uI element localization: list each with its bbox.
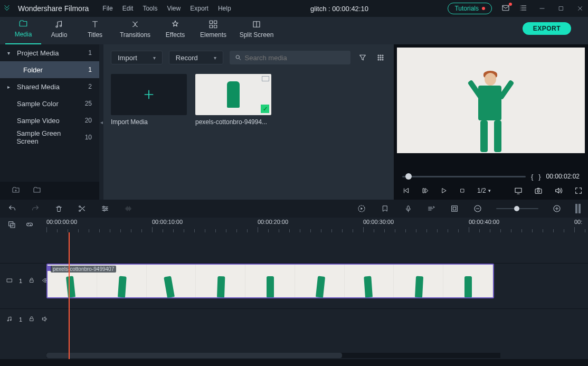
prev-frame-button[interactable] — [402, 186, 410, 195]
svg-rect-19 — [423, 189, 424, 193]
search-input[interactable] — [245, 54, 345, 62]
timeline-snap-icon[interactable] — [7, 220, 16, 230]
caret-down-icon: ▾ — [7, 50, 13, 56]
svg-rect-36 — [11, 223, 15, 228]
svg-rect-30 — [407, 205, 409, 209]
filter-icon[interactable] — [357, 52, 368, 63]
svg-rect-37 — [7, 279, 12, 282]
list-icon[interactable] — [519, 4, 528, 14]
svg-rect-35 — [9, 221, 13, 226]
mail-icon[interactable] — [501, 4, 510, 14]
search-media-field[interactable] — [230, 51, 350, 64]
zoom-in-button[interactable] — [552, 204, 562, 213]
media-clip-tile[interactable]: ✓ pexels-cottonbro-94994... — [195, 74, 271, 126]
audio-mixer-icon[interactable] — [426, 204, 436, 213]
playback-speed-dropdown[interactable]: 1/2▾ — [477, 187, 491, 194]
sidebar-item-sample-color[interactable]: Sample Color25 — [0, 95, 99, 112]
crop-icon[interactable] — [450, 204, 459, 213]
menu-file[interactable]: File — [102, 5, 112, 12]
zoom-slider[interactable] — [496, 208, 538, 209]
play-button[interactable] — [440, 186, 448, 195]
play-pause-button[interactable] — [421, 186, 429, 195]
timeline-toolbar — [0, 200, 588, 218]
track-index: 1 — [19, 278, 22, 284]
menu-help[interactable]: Help — [218, 5, 231, 12]
adjust-icon[interactable] — [100, 204, 110, 213]
app-name: Wondershare Filmora — [18, 4, 89, 13]
fullscreen-icon[interactable] — [574, 186, 583, 195]
track-lock-icon[interactable] — [29, 277, 35, 285]
ribbon: Media Audio Titles Transitions Effects E… — [0, 17, 588, 44]
window-maximize-button[interactable] — [556, 4, 566, 13]
menu-tools[interactable]: Tools — [143, 5, 157, 12]
voiceover-icon[interactable] — [403, 204, 413, 213]
grid-view-icon[interactable] — [375, 52, 386, 63]
mark-out-icon[interactable]: } — [538, 173, 540, 181]
tab-titles[interactable]: Titles — [77, 17, 113, 44]
zoom-fit-button[interactable] — [575, 204, 581, 213]
import-media-tile[interactable]: Import Media — [111, 74, 187, 126]
snapshot-icon[interactable] — [534, 186, 543, 195]
import-dropdown[interactable]: Import▾ — [111, 51, 163, 64]
delete-button[interactable] — [54, 204, 63, 213]
svg-point-12 — [382, 55, 383, 56]
tab-split-screen[interactable]: Split Screen — [233, 17, 280, 44]
sidebar-item-sample-video[interactable]: Sample Video20 — [0, 112, 99, 129]
window-minimize-button[interactable] — [537, 4, 547, 13]
media-panel: Import▾ Record▾ Import Media ✓ pexels-co… — [103, 44, 394, 200]
preview-panel: { } 00:00:02:02 1/2▾ — [394, 44, 588, 200]
marker-icon[interactable] — [380, 204, 390, 213]
svg-rect-22 — [535, 189, 542, 194]
tab-media[interactable]: Media — [5, 17, 41, 44]
new-folder-icon[interactable] — [12, 186, 20, 196]
panel-collapse-handle[interactable]: ◂ — [99, 44, 103, 200]
preview-video[interactable] — [397, 48, 585, 153]
zoom-out-button[interactable] — [473, 204, 482, 213]
sidebar-item-project-media[interactable]: ▾ Project Media1 — [0, 44, 99, 61]
playhead[interactable] — [69, 232, 70, 359]
search-icon — [235, 54, 242, 61]
record-dropdown[interactable]: Record▾ — [169, 51, 223, 64]
svg-rect-31 — [452, 206, 458, 212]
tutorials-button[interactable]: Tutorials — [448, 3, 492, 14]
chevron-down-icon: ▾ — [214, 55, 216, 61]
sidebar-item-folder[interactable]: Folder1 — [0, 61, 99, 78]
timeline-link-icon[interactable] — [25, 220, 34, 230]
export-button[interactable]: EXPORT — [523, 22, 571, 35]
undo-button[interactable] — [7, 204, 17, 213]
track-lock-icon[interactable] — [29, 315, 35, 323]
tab-transitions[interactable]: Transitions — [113, 17, 157, 44]
redo-button[interactable] — [31, 204, 40, 213]
sidebar-item-sample-green-screen[interactable]: Sample Green Screen10 — [0, 129, 99, 146]
menu-edit[interactable]: Edit — [122, 5, 134, 12]
folder-icon[interactable] — [33, 186, 41, 196]
tab-effects[interactable]: Effects — [157, 17, 193, 44]
menu-export[interactable]: Export — [190, 5, 208, 12]
app-logo-icon — [3, 4, 11, 13]
stop-button[interactable] — [459, 186, 466, 195]
tab-elements[interactable]: Elements — [193, 17, 233, 44]
video-track[interactable]: 1 pexels-cottonbro-9499407 — [0, 263, 588, 298]
audio-track[interactable]: 1 — [0, 308, 588, 330]
split-button[interactable] — [77, 204, 87, 213]
media-sidebar: ▾ Project Media1 Folder1 ▸ Shared Media2… — [0, 44, 99, 200]
svg-point-27 — [106, 208, 107, 210]
caret-right-icon: ▸ — [7, 84, 13, 90]
volume-icon[interactable] — [554, 186, 563, 195]
timeline-ruler[interactable]: 00:00:00:0000:00:10:0000:00:20:0000:00:3… — [46, 218, 588, 232]
svg-point-3 — [60, 25, 62, 27]
menu-view[interactable]: View — [167, 5, 181, 12]
sidebar-item-shared-media[interactable]: ▸ Shared Media2 — [0, 78, 99, 95]
render-icon[interactable] — [357, 204, 366, 213]
window-close-button[interactable] — [575, 4, 585, 13]
timeline-scrollbar[interactable] — [46, 353, 500, 358]
svg-rect-21 — [515, 188, 521, 192]
tab-audio[interactable]: Audio — [41, 17, 77, 44]
svg-rect-42 — [30, 318, 33, 321]
waveform-icon[interactable] — [124, 204, 133, 213]
display-icon[interactable] — [514, 186, 523, 195]
timeline-clip[interactable]: pexels-cottonbro-9499407 — [46, 264, 494, 298]
mark-in-icon[interactable]: { — [531, 173, 533, 181]
preview-scrubber[interactable] — [402, 176, 526, 177]
clip-name-label: pexels-cottonbro-9499407 — [51, 266, 116, 273]
